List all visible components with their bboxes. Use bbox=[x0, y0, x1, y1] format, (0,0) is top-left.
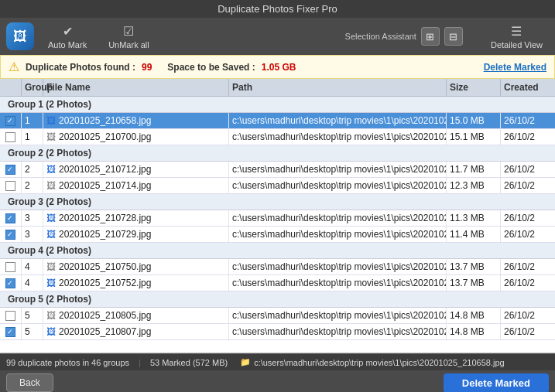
row-checkbox[interactable] bbox=[5, 132, 15, 142]
header-filename: File Name bbox=[43, 79, 229, 96]
row-path: c:\users\madhuri\desktop\trip movies\1\p… bbox=[229, 129, 447, 145]
table-row[interactable]: 1🖼20201025_210700.jpgc:\users\madhuri\de… bbox=[0, 129, 555, 145]
warning-icon: ⚠ bbox=[9, 60, 19, 74]
space-value: 1.05 GB bbox=[262, 62, 296, 73]
table-header: Group File Name Path Size Created bbox=[0, 79, 555, 97]
row-checkbox[interactable] bbox=[5, 278, 15, 288]
header-path: Path bbox=[229, 79, 447, 96]
row-checkbox[interactable] bbox=[5, 262, 15, 272]
row-group-number: 3 bbox=[22, 210, 43, 226]
duplicate-count: 99 bbox=[142, 62, 152, 73]
checkbox-cell bbox=[0, 259, 22, 274]
row-path: c:\users\madhuri\desktop\trip movies\1\p… bbox=[229, 324, 447, 339]
row-size: 14.8 MB bbox=[447, 324, 501, 339]
row-filename: 🖼20201025_210714.jpg bbox=[43, 178, 229, 193]
space-label: Space to be Saved : bbox=[167, 62, 255, 73]
file-type-icon: 🖼 bbox=[46, 164, 56, 175]
file-type-icon: 🖼 bbox=[46, 115, 56, 126]
row-created: 26/10/2 bbox=[501, 113, 555, 128]
checkbox-cell bbox=[0, 178, 22, 193]
table-row[interactable]: 3🖼20201025_210729.jpgc:\users\madhuri\de… bbox=[0, 227, 555, 243]
row-group-number: 5 bbox=[22, 308, 43, 323]
row-checkbox[interactable] bbox=[5, 116, 15, 126]
row-filename: 🖼20201025_210712.jpg bbox=[43, 162, 229, 177]
bottom-bar: Back Delete Marked bbox=[0, 370, 555, 392]
table-row[interactable]: 2🖼20201025_210714.jpgc:\users\madhuri\de… bbox=[0, 178, 555, 194]
header-created: Created bbox=[501, 79, 555, 96]
row-created: 26/10/2 bbox=[501, 210, 555, 226]
selection-icon-2[interactable]: ⊟ bbox=[444, 27, 463, 46]
row-checkbox[interactable] bbox=[5, 327, 15, 337]
table-row[interactable]: 3🖼20201025_210728.jpgc:\users\madhuri\de… bbox=[0, 210, 555, 227]
row-group-number: 1 bbox=[22, 113, 43, 128]
back-button[interactable]: Back bbox=[6, 373, 53, 392]
auto-mark-button[interactable]: ✔ Auto Mark bbox=[40, 21, 94, 53]
row-group-number: 2 bbox=[22, 178, 43, 193]
checkbox-cell bbox=[0, 113, 22, 128]
table-row[interactable]: 4🖼20201025_210750.jpgc:\users\madhuri\de… bbox=[0, 259, 555, 275]
row-group-number: 4 bbox=[22, 259, 43, 274]
row-created: 26/10/2 bbox=[501, 162, 555, 177]
detailed-view-button[interactable]: ☰ Detailed View bbox=[485, 21, 549, 53]
row-size: 12.3 MB bbox=[447, 178, 501, 193]
auto-mark-label: Auto Mark bbox=[48, 40, 87, 49]
row-created: 26/10/2 bbox=[501, 178, 555, 193]
table-row[interactable]: 4🖼20201025_210752.jpgc:\users\madhuri\de… bbox=[0, 275, 555, 291]
table-row[interactable]: 2🖼20201025_210712.jpgc:\users\madhuri\de… bbox=[0, 162, 555, 178]
row-checkbox[interactable] bbox=[5, 213, 15, 223]
table-row[interactable]: 5🖼20201025_210805.jpgc:\users\madhuri\de… bbox=[0, 308, 555, 324]
table-row[interactable]: 5🖼20201025_210807.jpgc:\users\madhuri\de… bbox=[0, 324, 555, 340]
row-checkbox[interactable] bbox=[5, 230, 15, 240]
checkbox-cell bbox=[0, 227, 22, 242]
row-checkbox[interactable] bbox=[5, 311, 15, 321]
selection-icon-1[interactable]: ⊞ bbox=[421, 27, 440, 46]
row-size: 13.7 MB bbox=[447, 275, 501, 291]
delete-marked-link[interactable]: Delete Marked bbox=[484, 62, 546, 73]
file-type-icon: 🖼 bbox=[46, 261, 56, 272]
group-row: Group 5 (2 Photos) bbox=[0, 291, 555, 308]
detailed-view-label: Detailed View bbox=[491, 40, 543, 49]
row-path: c:\users\madhuri\desktop\trip movies\1\p… bbox=[229, 178, 447, 193]
file-type-icon: 🖼 bbox=[46, 326, 56, 337]
info-bar: ⚠ Duplicate Photos found : 99 Space to b… bbox=[0, 55, 555, 79]
logo-icon: 🖼 bbox=[13, 29, 27, 45]
header-group: Group bbox=[22, 79, 43, 96]
unmark-all-label: UnMark all bbox=[108, 40, 149, 49]
row-filename: 🖼20201025_210728.jpg bbox=[43, 210, 229, 226]
checkbox-cell bbox=[0, 275, 22, 291]
row-size: 15.1 MB bbox=[447, 129, 501, 145]
title-bar: Duplicate Photos Fixer Pro bbox=[0, 0, 555, 18]
group-row: Group 3 (2 Photos) bbox=[0, 194, 555, 210]
group-row: Group 4 (2 Photos) bbox=[0, 243, 555, 259]
group-row: Group 1 (2 Photos) bbox=[0, 97, 555, 113]
row-size: 14.8 MB bbox=[447, 308, 501, 323]
row-size: 11.4 MB bbox=[447, 227, 501, 242]
group-label: Group 2 (2 Photos) bbox=[0, 145, 555, 161]
row-size: 15.0 MB bbox=[447, 113, 501, 128]
unmark-all-button[interactable]: ☑ UnMark all bbox=[101, 21, 157, 53]
checkbox-cell bbox=[0, 210, 22, 226]
row-checkbox[interactable] bbox=[5, 165, 15, 175]
delete-marked-button[interactable]: Delete Marked bbox=[444, 373, 549, 393]
row-checkbox[interactable] bbox=[5, 181, 15, 191]
status-marked-count: 53 Marked (572 MB) bbox=[150, 358, 228, 367]
row-path: c:\users\madhuri\desktop\trip movies\1\p… bbox=[229, 259, 447, 274]
row-size: 11.3 MB bbox=[447, 210, 501, 226]
app-logo: 🖼 bbox=[6, 22, 34, 50]
header-size: Size bbox=[447, 79, 501, 96]
row-created: 26/10/2 bbox=[501, 227, 555, 242]
table-body: Group 1 (2 Photos)1🖼20201025_210658.jpgc… bbox=[0, 97, 555, 340]
unmark-all-icon: ☑ bbox=[123, 24, 134, 39]
row-filename: 🖼20201025_210700.jpg bbox=[43, 129, 229, 145]
row-group-number: 3 bbox=[22, 227, 43, 242]
app-title: Duplicate Photos Fixer Pro bbox=[218, 3, 337, 15]
group-label: Group 4 (2 Photos) bbox=[0, 243, 555, 258]
checkbox-cell bbox=[0, 129, 22, 145]
row-filename: 🖼20201025_210805.jpg bbox=[43, 308, 229, 323]
row-path: c:\users\madhuri\desktop\trip movies\1\p… bbox=[229, 162, 447, 177]
file-type-icon: 🖼 bbox=[46, 131, 56, 142]
checkbox-cell bbox=[0, 162, 22, 177]
row-created: 26/10/2 bbox=[501, 324, 555, 339]
table-row[interactable]: 1🖼20201025_210658.jpgc:\users\madhuri\de… bbox=[0, 113, 555, 129]
group-label: Group 3 (2 Photos) bbox=[0, 194, 555, 210]
